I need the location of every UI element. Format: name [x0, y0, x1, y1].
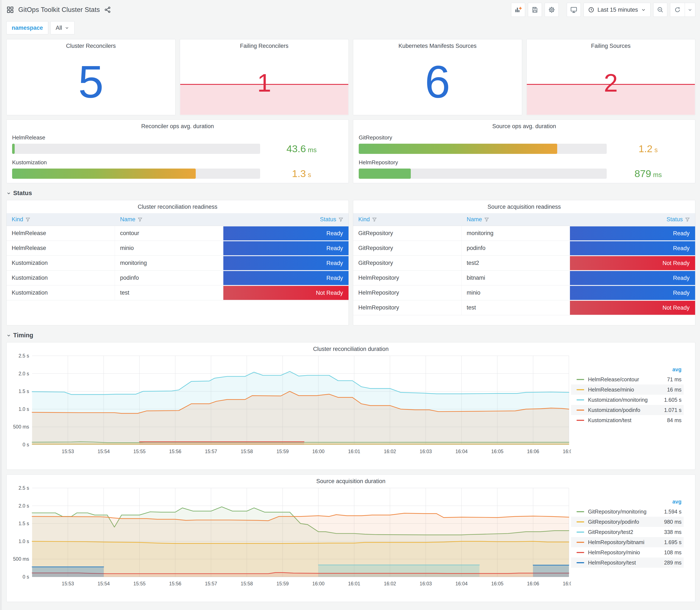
gauge-value-unit: s: [654, 146, 658, 154]
legend-item[interactable]: HelmRelease/contour71 ms: [571, 374, 684, 385]
column-header-status[interactable]: Status: [570, 213, 695, 226]
cell-kind: GitRepository: [353, 241, 461, 256]
legend-item[interactable]: GitRepository/podinfo980 ms: [571, 517, 684, 527]
refresh-icon[interactable]: [670, 3, 685, 17]
table-panel-cluster-readiness: Cluster reconciliation readiness Kind Na…: [6, 200, 349, 325]
refresh-interval-dropdown[interactable]: [685, 3, 695, 17]
panel-title[interactable]: Failing Reconcilers: [180, 39, 349, 49]
save-dashboard-button[interactable]: [528, 3, 542, 17]
panel-title[interactable]: Reconciler ops avg. duration: [12, 120, 343, 130]
stat-value: 2: [526, 68, 695, 97]
panel-title[interactable]: Source acquisition duration: [6, 475, 695, 485]
legend-series-color: [576, 420, 584, 421]
legend-item[interactable]: HelmRepository/minio108 ms: [571, 547, 684, 558]
table-header: Kind Name Status: [353, 213, 695, 226]
gauge-label: GitRepository: [359, 134, 689, 141]
table-panel-source-readiness: Source acquisition readiness Kind Name S…: [353, 200, 695, 325]
svg-text:16:03: 16:03: [420, 449, 432, 454]
variable-namespace-label[interactable]: namespace: [6, 21, 48, 34]
legend-avg-header[interactable]: avg: [571, 498, 684, 507]
gauge-value: 43.6 ms: [260, 143, 343, 155]
legend-item[interactable]: GitRepository/test2338 ms: [571, 527, 684, 537]
legend-series-label: Kustomization/podinfo: [588, 407, 664, 413]
svg-text:16:00: 16:00: [312, 581, 325, 587]
legend-avg-value: 1.695 s: [664, 539, 682, 545]
cell-kind: HelmRelease: [6, 226, 115, 241]
panel-title[interactable]: Cluster reconciliation readiness: [6, 200, 348, 213]
toolbar: Last 15 minutes: [511, 3, 695, 17]
legend-avg-value: 980 ms: [664, 519, 682, 525]
svg-text:16:00: 16:00: [312, 449, 325, 454]
filter-icon: [372, 217, 377, 222]
panel-title[interactable]: Failing Sources: [526, 39, 695, 49]
cell-name: contour: [115, 226, 223, 241]
svg-text:15:59: 15:59: [276, 581, 289, 587]
column-header-kind[interactable]: Kind: [353, 213, 461, 226]
panel-title[interactable]: Cluster reconciliation duration: [6, 342, 695, 352]
stat-panel-failing-reconcilers: Failing Reconcilers 1: [180, 39, 349, 115]
left-edge-strip: [0, 0, 2, 610]
panel-title[interactable]: Source ops avg. duration: [359, 120, 689, 130]
filter-icon: [338, 217, 343, 222]
row-header-timing[interactable]: Timing: [6, 332, 695, 339]
time-range-picker[interactable]: Last 15 minutes: [584, 3, 650, 17]
cell-status: Ready: [570, 271, 695, 285]
share-icon[interactable]: [104, 6, 111, 13]
cell-name: minio: [461, 286, 570, 300]
panel-title[interactable]: Source acquisition readiness: [353, 200, 695, 213]
svg-text:0 s: 0 s: [22, 442, 29, 447]
add-panel-button[interactable]: [511, 3, 525, 17]
cell-status: Ready: [570, 226, 695, 241]
gauge-panel-reconciler-ops: Reconciler ops avg. duration HelmRelease…: [6, 119, 349, 183]
cell-status: Ready: [223, 271, 348, 285]
legend-series-label: HelmRepository/bitnami: [588, 539, 664, 545]
table-row: HelmRepository minio Ready: [353, 286, 695, 300]
apps-grid-icon[interactable]: [6, 6, 14, 14]
cell-kind: Kustomization: [6, 271, 115, 285]
status-badge: Not Ready: [570, 256, 695, 270]
legend-item[interactable]: GitRepository/monitoring1.594 s: [571, 507, 684, 517]
cycle-view-mode-button[interactable]: [567, 3, 581, 17]
chart-plot[interactable]: 15:5315:5415:5515:5615:5715:5815:5916:00…: [6, 485, 571, 588]
legend-item[interactable]: Kustomization/podinfo1.071 s: [571, 405, 684, 415]
legend-item[interactable]: Kustomization/monitoring1.605 s: [571, 395, 684, 405]
refresh-button[interactable]: [670, 3, 695, 17]
svg-text:16:03: 16:03: [420, 581, 432, 587]
stat-panel-manifests-sources: Kubernetes Manifests Sources 6: [353, 39, 522, 115]
column-header-kind[interactable]: Kind: [6, 213, 115, 226]
legend-series-label: HelmRepository/minio: [588, 549, 664, 556]
svg-text:2.5 s: 2.5 s: [18, 485, 29, 491]
column-header-status[interactable]: Status: [223, 213, 348, 226]
table-row: Kustomization monitoring Ready: [6, 256, 348, 271]
table-row: GitRepository podinfo Ready: [353, 241, 695, 256]
legend-avg-header[interactable]: avg: [571, 366, 684, 374]
svg-text:1.0 s: 1.0 s: [18, 406, 29, 412]
cell-name: test: [115, 286, 223, 300]
svg-text:2.5 s: 2.5 s: [18, 353, 29, 358]
chart-plot[interactable]: 15:5315:5415:5515:5615:5715:5815:5916:00…: [6, 352, 571, 456]
legend-avg-value: 1.071 s: [664, 407, 682, 413]
table-row: HelmRelease contour Ready: [6, 226, 348, 241]
legend-series-label: GitRepository/test2: [588, 529, 664, 535]
dashboard-settings-button[interactable]: [545, 3, 559, 17]
timeseries-panel-cluster-reconciliation: Cluster reconciliation duration 15:5315:…: [6, 342, 695, 470]
cell-kind: HelmRelease: [6, 241, 115, 256]
legend-item[interactable]: HelmRepository/test289 ms: [571, 558, 684, 568]
column-header-name[interactable]: Name: [115, 213, 223, 226]
column-header-name[interactable]: Name: [461, 213, 570, 226]
legend-item[interactable]: HelmRelease/minio16 ms: [571, 385, 684, 395]
legend-item[interactable]: HelmRepository/bitnami1.695 s: [571, 537, 684, 547]
zoom-out-button[interactable]: [653, 3, 667, 17]
table: Kind Name Status HelmRelease contour Rea…: [6, 213, 348, 300]
table-row: Kustomization test Not Ready: [6, 286, 348, 300]
legend-series-label: GitRepository/podinfo: [588, 519, 664, 525]
gauge-value: 879 ms: [607, 168, 689, 179]
row-header-status[interactable]: Status: [6, 190, 695, 197]
variable-namespace-value[interactable]: All: [50, 21, 75, 34]
cell-kind: HelmRepository: [353, 271, 461, 285]
chart-legend: avgGitRepository/monitoring1.594 sGitRep…: [571, 498, 687, 588]
status-tables-row: Cluster reconciliation readiness Kind Na…: [6, 200, 695, 325]
svg-text:2.0 s: 2.0 s: [18, 503, 29, 509]
legend-item[interactable]: Kustomization/test84 ms: [571, 415, 684, 425]
table-row: GitRepository monitoring Ready: [353, 226, 695, 241]
